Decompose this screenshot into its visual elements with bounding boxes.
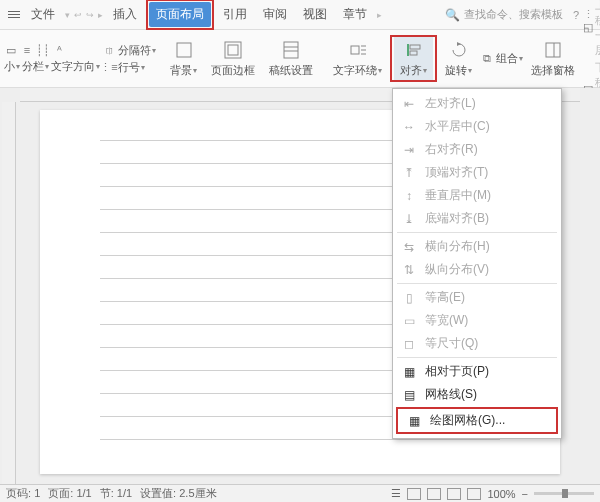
paper-button[interactable]: 稿纸设置 xyxy=(263,32,319,85)
menu-align-right: ⇥右对齐(R) xyxy=(393,138,561,161)
ribbon-breaks-group: ⎅分隔符▾ ⋮≡行号▾ xyxy=(102,43,156,75)
undo-icon[interactable]: ↩ xyxy=(73,10,83,20)
group-label[interactable]: 组合▾ xyxy=(496,51,523,66)
zoom-out-icon[interactable]: − xyxy=(522,488,528,500)
ribbon-toolbar: ▭≡┊┊ᴬ 小▾分栏▾文字方向▾ ⎅分隔符▾ ⋮≡行号▾ 背景▾ 页面边框 稿纸… xyxy=(0,30,600,88)
border-button[interactable]: 页面边框 xyxy=(205,32,261,85)
hamburger-icon[interactable] xyxy=(6,7,22,23)
sep-icon: ▸ xyxy=(97,10,104,20)
menu-eqheight: ▯等高(E) xyxy=(393,286,561,309)
sep-icon2[interactable]: ⎅ xyxy=(102,43,116,57)
highlight-layout-tab: 页面布局 xyxy=(146,0,214,30)
drawgrid-icon: ▦ xyxy=(406,413,422,429)
eqwidth-icon: ▭ xyxy=(401,313,417,329)
tab-insert[interactable]: 插入 xyxy=(106,2,144,27)
svg-rect-6 xyxy=(351,46,359,54)
svg-rect-0 xyxy=(177,43,191,57)
vdist-icon: ⇅ xyxy=(401,262,417,278)
group-icon[interactable]: ⧉ xyxy=(480,52,494,66)
menu-vdist: ⇅纵向分布(V) xyxy=(393,258,561,281)
align-hcenter-icon: ↔ xyxy=(401,119,417,135)
wrap-icon xyxy=(347,39,369,61)
pane-button[interactable]: 选择窗格 xyxy=(525,32,581,85)
tab-review[interactable]: 审阅 xyxy=(256,2,294,27)
menu-eqsize: ◻等尺寸(Q) xyxy=(393,332,561,355)
caret-icon: ▾ xyxy=(64,10,71,20)
menu-align-vcenter: ↕垂直居中(M) xyxy=(393,184,561,207)
gridlines-icon: ▤ xyxy=(401,387,417,403)
svg-marker-13 xyxy=(457,42,461,46)
more-tabs-icon[interactable]: ▸ xyxy=(376,10,383,20)
search-icon[interactable]: 🔍 xyxy=(445,8,460,22)
ribbon-margins-group: ▭≡┊┊ᴬ 小▾分栏▾文字方向▾ xyxy=(4,43,100,74)
wrap-button[interactable]: 文字环绕▾ xyxy=(327,32,388,85)
menu-gridlines[interactable]: ▤网格线(S) xyxy=(393,383,561,406)
eqheight-icon: ▯ xyxy=(401,290,417,306)
zoom-slider[interactable] xyxy=(534,492,594,495)
rotate-icon xyxy=(448,39,470,61)
hdist-icon: ⇆ xyxy=(401,239,417,255)
tab-section[interactable]: 章节 xyxy=(336,2,374,27)
menu-tab-bar: 文件 ▾ ↩ ↪ ▸ 插入 页面布局 引用 审阅 视图 章节 ▸ 🔍 查找命令、… xyxy=(0,0,600,30)
size-icon[interactable]: ┊┊ xyxy=(36,43,50,57)
menu-relpage[interactable]: ▦相对于页(P) xyxy=(393,360,561,383)
paper-icon xyxy=(280,39,302,61)
menu-align-hcenter: ↔水平居中(C) xyxy=(393,115,561,138)
columns-label[interactable]: 分栏▾ xyxy=(22,59,49,74)
align-icon xyxy=(403,39,425,61)
align-dropdown-menu: ⇤左对齐(L) ↔水平居中(C) ⇥右对齐(R) ⤒顶端对齐(T) ↕垂直居中(… xyxy=(392,88,562,439)
align-left-icon: ⇤ xyxy=(401,96,417,112)
eqsize-icon: ◻ xyxy=(401,336,417,352)
svg-rect-1 xyxy=(225,42,241,58)
menu-hdist: ⇆横向分布(H) xyxy=(393,235,561,258)
align-vcenter-icon: ↕ xyxy=(401,188,417,204)
relpage-icon: ▦ xyxy=(401,364,417,380)
svg-rect-2 xyxy=(228,45,238,55)
columns-icon[interactable]: ≡ xyxy=(20,43,34,57)
border-icon xyxy=(222,39,244,61)
view-print-icon[interactable] xyxy=(407,488,421,500)
svg-rect-14 xyxy=(546,43,560,57)
ribbon-arrange-stack: ⧉组合▾ xyxy=(480,51,523,66)
orientation-icon[interactable]: ▭ xyxy=(4,43,18,57)
background-button[interactable]: 背景▾ xyxy=(164,32,203,85)
search-placeholder[interactable]: 查找命令、搜索模板 xyxy=(464,7,563,22)
view-mode-icon[interactable]: ☰ xyxy=(391,487,401,500)
menu-align-left: ⇤左对齐(L) xyxy=(393,92,561,115)
redo-icon[interactable]: ↪ xyxy=(85,10,95,20)
svg-rect-11 xyxy=(410,45,420,49)
highlight-align-button: 对齐▾ xyxy=(390,35,437,82)
view-read-icon[interactable] xyxy=(427,488,441,500)
align-top-icon: ⤒ xyxy=(401,165,417,181)
svg-rect-12 xyxy=(410,51,417,55)
moveup-label: 上移一层 xyxy=(595,0,600,58)
lineno-icon[interactable]: ⋮≡ xyxy=(102,60,116,74)
align-right-icon: ⇥ xyxy=(401,142,417,158)
rotate-button[interactable]: 旋转▾ xyxy=(439,32,478,85)
highlight-drawgrid: ▦绘图网格(G)... xyxy=(396,407,558,434)
menu-eqwidth: ▭等宽(W) xyxy=(393,309,561,332)
text-icon[interactable]: ᴬ xyxy=(52,43,66,57)
status-bar: 页码: 1 页面: 1/1 节: 1/1 设置值: 2.5厘米 ☰ 100% − xyxy=(0,484,600,502)
align-button[interactable]: 对齐▾ xyxy=(394,37,433,80)
direction-label[interactable]: 文字方向▾ xyxy=(51,59,100,74)
view-outline-icon[interactable] xyxy=(467,488,481,500)
tab-view[interactable]: 视图 xyxy=(296,2,334,27)
tab-reference[interactable]: 引用 xyxy=(216,2,254,27)
status-section: 节: 1/1 xyxy=(100,486,132,501)
tab-file[interactable]: 文件 xyxy=(24,2,62,27)
status-pages: 页面: 1/1 xyxy=(48,486,91,501)
separator-label[interactable]: 分隔符▾ xyxy=(118,43,156,58)
menu-drawgrid[interactable]: ▦绘图网格(G)... xyxy=(398,409,556,432)
menu-align-bottom: ⤓底端对齐(B) xyxy=(393,207,561,230)
view-web-icon[interactable] xyxy=(447,488,461,500)
menu-align-top: ⤒顶端对齐(T) xyxy=(393,161,561,184)
help-icon[interactable]: ? xyxy=(573,9,579,21)
zoom-level[interactable]: 100% xyxy=(487,488,515,500)
status-pos: 设置值: 2.5厘米 xyxy=(140,486,216,501)
tab-layout[interactable]: 页面布局 xyxy=(149,2,211,27)
small-label[interactable]: 小▾ xyxy=(4,59,20,74)
vertical-ruler[interactable] xyxy=(2,102,16,484)
background-icon xyxy=(173,39,195,61)
lineno-label[interactable]: 行号▾ xyxy=(118,60,145,75)
